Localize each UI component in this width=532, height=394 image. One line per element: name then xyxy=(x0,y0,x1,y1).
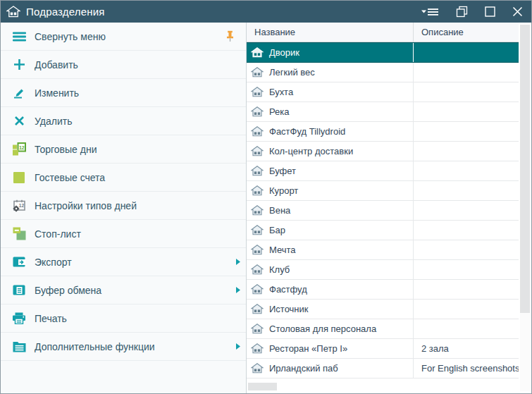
department-description xyxy=(414,240,519,259)
department-name: Буфет xyxy=(269,166,296,176)
column-header-description[interactable]: Описание xyxy=(414,23,519,42)
chevron-right-icon xyxy=(236,287,240,293)
functions-folder-icon xyxy=(11,341,27,352)
table-row[interactable]: Мечта xyxy=(247,240,519,260)
printer-icon xyxy=(11,312,27,324)
restore-icon[interactable] xyxy=(456,6,468,18)
app-house-icon xyxy=(6,6,20,18)
maximize-icon[interactable] xyxy=(485,6,495,17)
department-description xyxy=(414,82,519,101)
table-row[interactable]: Вена xyxy=(247,201,519,221)
table-row[interactable]: Дворик xyxy=(247,42,519,63)
department-description xyxy=(414,300,519,319)
stop-list-icon xyxy=(11,227,27,240)
sidebar-item-clipboard[interactable]: Буфер обмена xyxy=(1,276,246,304)
trading-days-calendar-icon: 12 xyxy=(11,142,27,156)
table-row[interactable]: Бар xyxy=(247,221,519,240)
department-name: Фастфуд xyxy=(269,284,307,295)
pin-icon[interactable] xyxy=(225,30,235,42)
department-name: Курорт xyxy=(269,185,298,196)
close-icon[interactable] xyxy=(512,6,523,17)
table-row[interactable]: Буфет xyxy=(247,161,519,181)
house-icon xyxy=(251,126,264,137)
house-icon xyxy=(251,363,264,374)
window-body: Свернуть менюДобавитьИзменитьУдалить12То… xyxy=(1,23,531,393)
department-description xyxy=(414,161,519,180)
sidebar-item-export[interactable]: Экспорт xyxy=(1,248,246,276)
sidebar-item-label: Экспорт xyxy=(35,257,72,268)
house-icon xyxy=(251,67,264,78)
department-name: ФастФуд Tillydroid xyxy=(269,126,345,137)
sidebar-item-add[interactable]: Добавить xyxy=(1,51,246,79)
guest-accounts-square-icon xyxy=(11,172,27,183)
sidebar-item-guest-accounts[interactable]: Гостевые счета xyxy=(1,164,246,192)
house-icon xyxy=(251,304,264,314)
table-row[interactable]: Курорт xyxy=(247,181,519,201)
department-description xyxy=(414,201,519,220)
department-name: Легкий вес xyxy=(269,67,315,78)
table-row[interactable]: Источник xyxy=(247,300,519,319)
titlebar: Подразделения xyxy=(1,1,531,23)
table-row[interactable]: Клуб xyxy=(247,260,519,280)
house-icon xyxy=(251,87,264,97)
department-description xyxy=(414,43,519,62)
sidebar-item-label: Добавить xyxy=(35,59,78,70)
sidebar-item-print[interactable]: Печать xyxy=(1,304,246,333)
house-icon xyxy=(251,245,264,255)
table-row[interactable]: Река xyxy=(247,102,519,122)
sidebar-item-collapse-menu[interactable]: Свернуть меню xyxy=(1,23,246,51)
house-icon xyxy=(251,106,264,117)
sidebar-item-edit[interactable]: Изменить xyxy=(1,79,246,107)
department-description xyxy=(414,122,519,141)
horizontal-scrollbar[interactable] xyxy=(248,383,518,390)
department-name: Вена xyxy=(269,205,290,216)
sidebar-item-label: Удалить xyxy=(35,116,72,127)
table-row[interactable]: Ресторан «Петр I»2 зала xyxy=(247,339,519,359)
house-icon xyxy=(251,166,264,176)
house-icon xyxy=(251,284,264,295)
sidebar-item-label: Буфер обмена xyxy=(35,285,101,296)
house-icon xyxy=(251,225,264,235)
window-controls xyxy=(421,6,523,18)
department-description xyxy=(414,102,519,121)
sidebar-item-label: Печать xyxy=(35,313,67,324)
department-name: Река xyxy=(269,106,290,117)
table-row[interactable]: Кол-центр доставки xyxy=(247,142,519,161)
table-row[interactable]: Бухта xyxy=(247,82,519,102)
system-menu-icon[interactable] xyxy=(421,7,439,17)
column-header-name[interactable]: Название xyxy=(247,23,414,42)
sidebar-menu: Свернуть менюДобавитьИзменитьУдалить12То… xyxy=(1,23,247,393)
department-description xyxy=(414,260,519,279)
vertical-scrollbar[interactable] xyxy=(520,25,530,391)
sidebar-item-extra-functions[interactable]: Дополнительные функции xyxy=(1,333,246,361)
chevron-right-icon xyxy=(236,343,240,350)
house-icon xyxy=(251,185,264,196)
vertical-scrollbar-thumb[interactable] xyxy=(520,25,530,313)
department-description xyxy=(414,319,519,338)
hamburger-icon xyxy=(11,32,27,42)
table-row[interactable]: Ирландский пабFor English screenshots xyxy=(247,359,519,378)
chevron-right-icon xyxy=(236,259,240,265)
house-icon xyxy=(251,47,264,58)
departments-table: Название Описание ДворикЛегкий весБухтаР… xyxy=(247,23,531,393)
department-name: Клуб xyxy=(269,264,290,275)
table-row[interactable]: ФастФуд Tillydroid xyxy=(247,122,519,142)
sidebar-item-stop-list[interactable]: Стоп-лист xyxy=(1,220,246,248)
pencil-icon xyxy=(11,87,27,99)
department-name: Источник xyxy=(269,304,309,314)
department-name: Столовая для персонала xyxy=(269,324,376,334)
sidebar-item-delete[interactable]: Удалить xyxy=(1,107,246,135)
delete-x-icon xyxy=(11,116,27,126)
table-row[interactable]: Столовая для персонала xyxy=(247,319,519,339)
table-row[interactable]: Фастфуд xyxy=(247,280,519,300)
table-row[interactable]: Легкий вес xyxy=(247,63,519,82)
horizontal-scrollbar-thumb[interactable] xyxy=(248,383,277,390)
sidebar-item-day-type-settings[interactable]: 12Настройки типов дней xyxy=(1,192,246,220)
department-description xyxy=(414,181,519,200)
department-name: Бар xyxy=(269,225,285,235)
sidebar-item-label: Свернуть меню xyxy=(35,31,106,42)
sidebar-item-label: Стоп-лист xyxy=(35,228,81,240)
sidebar-item-label: Настройки типов дней xyxy=(35,200,137,211)
sidebar-item-trading-days[interactable]: 12Торговые дни xyxy=(1,135,246,164)
table-header: Название Описание xyxy=(247,23,519,42)
